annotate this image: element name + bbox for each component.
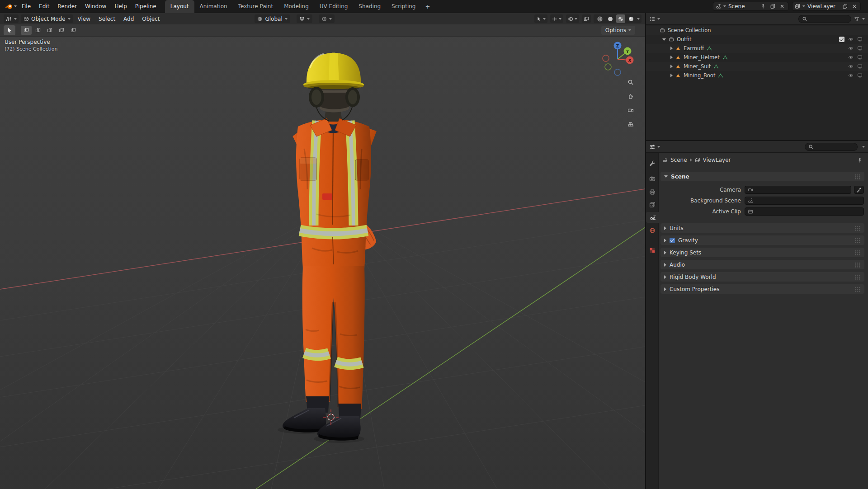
- shading-wireframe-button[interactable]: [595, 14, 604, 23]
- outliner-row-scene-collection[interactable]: Scene Collection: [646, 26, 868, 35]
- panel-keying-sets[interactable]: Keying Sets: [660, 248, 864, 257]
- menu-view[interactable]: View: [74, 13, 94, 24]
- disable-viewport-icon[interactable]: [857, 37, 863, 42]
- outliner-search[interactable]: [798, 15, 851, 23]
- options-dropdown[interactable]: Options: [601, 26, 635, 35]
- panel-grip[interactable]: [854, 226, 861, 231]
- disable-viewport-icon[interactable]: [857, 55, 863, 60]
- outliner-row-mining-boot[interactable]: Mining_Boot: [646, 71, 868, 80]
- tab-view-layer[interactable]: [646, 199, 659, 210]
- outliner-row-earmuff[interactable]: Earmuff: [646, 44, 868, 53]
- scene-icon[interactable]: [716, 4, 721, 9]
- tab-texture[interactable]: [646, 245, 659, 256]
- gizmos-toggle[interactable]: [550, 14, 563, 23]
- panel-grip[interactable]: [854, 262, 861, 268]
- properties-editor-caret-icon[interactable]: [657, 146, 660, 148]
- viewport-canvas[interactable]: [0, 13, 645, 489]
- disclosure-closed-icon[interactable]: [670, 56, 673, 59]
- miner-model[interactable]: [278, 53, 381, 443]
- hide-eye-icon[interactable]: [848, 46, 854, 51]
- menu-select[interactable]: Select: [95, 13, 119, 24]
- view-layer-name[interactable]: ViewLayer: [807, 3, 839, 9]
- overlays-toggle[interactable]: [566, 14, 579, 23]
- shading-solid-button[interactable]: [606, 14, 615, 23]
- breadcrumb-view-layer[interactable]: ViewLayer: [703, 157, 731, 163]
- menu-render[interactable]: Render: [53, 0, 81, 13]
- disclosure-closed-icon[interactable]: [670, 74, 673, 77]
- eyedropper-button[interactable]: [854, 186, 864, 194]
- outliner-editor-caret-icon[interactable]: [657, 18, 660, 20]
- disable-viewport-icon[interactable]: [857, 64, 863, 69]
- disclosure-open-icon[interactable]: [662, 38, 666, 41]
- outliner-search-input[interactable]: [810, 16, 848, 22]
- workspace-tab-scripting[interactable]: Scripting: [386, 0, 421, 13]
- area-splitter-horizontal[interactable]: [646, 140, 868, 141]
- hide-eye-icon[interactable]: [848, 37, 854, 42]
- panel-audio[interactable]: Audio: [660, 260, 864, 269]
- editor-outliner-icon[interactable]: [649, 16, 656, 22]
- view-layer-icon[interactable]: [795, 4, 800, 9]
- panel-custom-properties[interactable]: Custom Properties: [660, 284, 864, 294]
- new-scene-button[interactable]: [769, 3, 776, 10]
- workspace-tab-texture-paint[interactable]: Texture Paint: [233, 0, 278, 13]
- scene-name[interactable]: Scene: [728, 3, 757, 9]
- transform-orientation-selector[interactable]: Global: [255, 14, 290, 23]
- gizmo-y-neg-axis[interactable]: [605, 64, 611, 70]
- snapping-controls[interactable]: [297, 14, 312, 23]
- pan-button[interactable]: [625, 91, 636, 102]
- select-mode-invert-button[interactable]: [56, 26, 67, 35]
- panel-rigid-body-world[interactable]: Rigid Body World: [660, 272, 864, 282]
- properties-search[interactable]: [805, 143, 858, 151]
- background-scene-field[interactable]: [745, 197, 864, 205]
- shading-rendered-button[interactable]: [627, 14, 636, 23]
- select-mode-subtract-button[interactable]: [44, 26, 55, 35]
- tab-tool[interactable]: [646, 158, 659, 169]
- panel-grip[interactable]: [854, 250, 861, 255]
- outliner-row-miner-helmet[interactable]: Miner_Helmet: [646, 53, 868, 62]
- gizmo-x-neg-axis[interactable]: [603, 55, 609, 61]
- outliner-options-caret-icon[interactable]: [862, 18, 865, 20]
- shading-options-caret-icon[interactable]: [637, 18, 640, 20]
- panel-grip[interactable]: [854, 174, 861, 179]
- camera-view-button[interactable]: [625, 105, 636, 116]
- panel-units[interactable]: Units: [660, 223, 864, 233]
- menu-object[interactable]: Object: [138, 13, 163, 24]
- hide-eye-icon[interactable]: [848, 73, 854, 78]
- menu-window[interactable]: Window: [81, 0, 110, 13]
- area-splitter-vertical[interactable]: [645, 13, 646, 489]
- workspace-tab-uv-editing[interactable]: UV Editing: [314, 0, 354, 13]
- editor-properties-icon[interactable]: [649, 144, 656, 150]
- panel-grip[interactable]: [854, 274, 861, 280]
- workspace-tab-layout[interactable]: Layout: [165, 0, 194, 13]
- hide-eye-icon[interactable]: [848, 64, 854, 69]
- workspace-tab-modeling[interactable]: Modeling: [278, 0, 314, 13]
- panel-grip[interactable]: [854, 287, 861, 292]
- camera-field[interactable]: [745, 186, 851, 194]
- tab-world[interactable]: [646, 225, 659, 236]
- workspace-tab-animation[interactable]: Animation: [194, 0, 233, 13]
- editor-type-selector[interactable]: [4, 14, 19, 23]
- blender-logo-icon[interactable]: [4, 1, 14, 11]
- panel-gravity[interactable]: Gravity: [660, 235, 864, 245]
- select-mode-set-button[interactable]: [21, 26, 32, 35]
- disclosure-closed-icon[interactable]: [670, 65, 673, 68]
- active-clip-field[interactable]: [745, 207, 864, 216]
- workspace-tab-shading[interactable]: Shading: [353, 0, 386, 13]
- menu-edit[interactable]: Edit: [35, 0, 53, 13]
- proportional-editing-controls[interactable]: [319, 14, 335, 23]
- gravity-checkbox[interactable]: [670, 238, 675, 243]
- outliner-row-outfit[interactable]: Outfit: [646, 35, 868, 44]
- navigation-gizmo[interactable]: Z Y X: [598, 39, 637, 79]
- zoom-button[interactable]: [625, 77, 636, 88]
- object-visibility-dropdown[interactable]: [534, 14, 547, 23]
- tab-scene[interactable]: [646, 212, 659, 223]
- gizmo-z-neg-axis[interactable]: [614, 69, 621, 75]
- app-menu-caret-icon[interactable]: [14, 5, 17, 7]
- xray-toggle[interactable]: [582, 14, 591, 23]
- menu-file[interactable]: File: [18, 0, 35, 13]
- unlink-scene-button[interactable]: [778, 3, 786, 10]
- select-mode-extend-button[interactable]: [33, 26, 43, 35]
- view-layer-caret-icon[interactable]: [802, 5, 805, 7]
- tab-render[interactable]: [646, 174, 659, 184]
- properties-search-input[interactable]: [816, 144, 854, 150]
